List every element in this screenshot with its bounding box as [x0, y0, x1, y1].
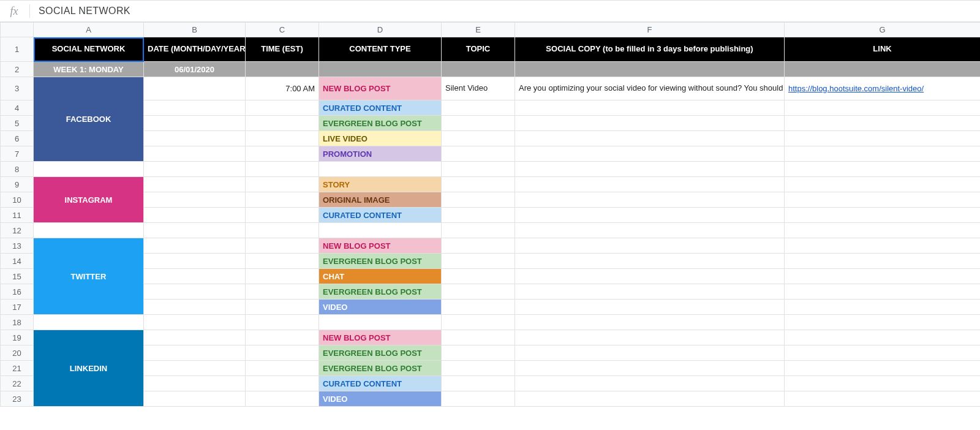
- row-header[interactable]: 20: [1, 345, 34, 361]
- cell-A9-instagram[interactable]: INSTAGRAM: [34, 177, 144, 223]
- row-header[interactable]: 1: [1, 37, 34, 62]
- row-header[interactable]: 13: [1, 238, 34, 254]
- cell-F11[interactable]: [515, 208, 785, 223]
- row-header[interactable]: 14: [1, 254, 34, 269]
- cell-F15[interactable]: [515, 269, 785, 284]
- cell-C19[interactable]: [246, 330, 319, 345]
- row-header[interactable]: 9: [1, 177, 34, 192]
- cell-F16[interactable]: [515, 284, 785, 300]
- cell-B7[interactable]: [144, 146, 246, 162]
- cell-E13[interactable]: [442, 238, 515, 254]
- cell-E5[interactable]: [442, 116, 515, 131]
- cell-G16[interactable]: [785, 284, 981, 300]
- row-header[interactable]: 19: [1, 330, 34, 345]
- cell-G15[interactable]: [785, 269, 981, 284]
- row-header[interactable]: 11: [1, 208, 34, 223]
- cell-E9[interactable]: [442, 177, 515, 192]
- cell-G20[interactable]: [785, 345, 981, 361]
- row-header[interactable]: 8: [1, 162, 34, 177]
- cell-F13[interactable]: [515, 238, 785, 254]
- cell-G7[interactable]: [785, 146, 981, 162]
- cell-B21[interactable]: [144, 361, 246, 376]
- cell-F4[interactable]: [515, 100, 785, 116]
- cell-F7[interactable]: [515, 146, 785, 162]
- cell-D17[interactable]: VIDEO: [319, 300, 442, 315]
- cell-E22[interactable]: [442, 376, 515, 391]
- cell-B16[interactable]: [144, 284, 246, 300]
- cell-C5[interactable]: [246, 116, 319, 131]
- cell-B14[interactable]: [144, 254, 246, 269]
- cell-G10[interactable]: [785, 192, 981, 208]
- cell-F17[interactable]: [515, 300, 785, 315]
- cell-A8[interactable]: [34, 162, 144, 177]
- cell-C9[interactable]: [246, 177, 319, 192]
- cell-B19[interactable]: [144, 330, 246, 345]
- cell-G8[interactable]: [785, 162, 981, 177]
- cell-G5[interactable]: [785, 116, 981, 131]
- cell-F10[interactable]: [515, 192, 785, 208]
- row-header[interactable]: 10: [1, 192, 34, 208]
- cell-G6[interactable]: [785, 131, 981, 146]
- cell-F1[interactable]: SOCIAL COPY (to be filled in 3 days befo…: [515, 37, 785, 62]
- cell-E20[interactable]: [442, 345, 515, 361]
- cell-B22[interactable]: [144, 376, 246, 391]
- cell-D21[interactable]: EVERGREEN BLOG POST: [319, 361, 442, 376]
- cell-E4[interactable]: [442, 100, 515, 116]
- cell-B12[interactable]: [144, 223, 246, 238]
- cell-D16[interactable]: EVERGREEN BLOG POST: [319, 284, 442, 300]
- col-header-B[interactable]: B: [144, 23, 246, 37]
- cell-A18[interactable]: [34, 315, 144, 330]
- cell-E7[interactable]: [442, 146, 515, 162]
- col-header-G[interactable]: G: [785, 23, 981, 37]
- col-header-D[interactable]: D: [319, 23, 442, 37]
- cell-E2[interactable]: [442, 62, 515, 77]
- cell-D4[interactable]: CURATED CONTENT: [319, 100, 442, 116]
- cell-E11[interactable]: [442, 208, 515, 223]
- cell-C16[interactable]: [246, 284, 319, 300]
- cell-C1[interactable]: TIME (EST): [246, 37, 319, 62]
- cell-C6[interactable]: [246, 131, 319, 146]
- cell-B6[interactable]: [144, 131, 246, 146]
- cell-C12[interactable]: [246, 223, 319, 238]
- col-header-F[interactable]: F: [515, 23, 785, 37]
- cell-A19-linkedin[interactable]: LINKEDIN: [34, 330, 144, 407]
- cell-F5[interactable]: [515, 116, 785, 131]
- cell-A2[interactable]: WEEK 1: MONDAY: [34, 62, 144, 77]
- cell-B11[interactable]: [144, 208, 246, 223]
- cell-G14[interactable]: [785, 254, 981, 269]
- cell-C15[interactable]: [246, 269, 319, 284]
- cell-D5[interactable]: EVERGREEN BLOG POST: [319, 116, 442, 131]
- cell-C20[interactable]: [246, 345, 319, 361]
- cell-D15[interactable]: CHAT: [319, 269, 442, 284]
- cell-C14[interactable]: [246, 254, 319, 269]
- cell-G23[interactable]: [785, 391, 981, 407]
- cell-C10[interactable]: [246, 192, 319, 208]
- cell-A1[interactable]: SOCIAL NETWORK: [34, 37, 144, 62]
- col-header-C[interactable]: C: [246, 23, 319, 37]
- cell-G13[interactable]: [785, 238, 981, 254]
- cell-D23[interactable]: VIDEO: [319, 391, 442, 407]
- cell-D6[interactable]: LIVE VIDEO: [319, 131, 442, 146]
- cell-D10[interactable]: ORIGINAL IMAGE: [319, 192, 442, 208]
- cell-B9[interactable]: [144, 177, 246, 192]
- cell-E15[interactable]: [442, 269, 515, 284]
- cell-F22[interactable]: [515, 376, 785, 391]
- formula-bar-value[interactable]: SOCIAL NETWORK: [36, 6, 975, 17]
- cell-F2[interactable]: [515, 62, 785, 77]
- cell-D19[interactable]: NEW BLOG POST: [319, 330, 442, 345]
- cell-G9[interactable]: [785, 177, 981, 192]
- cell-C18[interactable]: [246, 315, 319, 330]
- cell-E18[interactable]: [442, 315, 515, 330]
- cell-D11[interactable]: CURATED CONTENT: [319, 208, 442, 223]
- cell-F9[interactable]: [515, 177, 785, 192]
- cell-D14[interactable]: EVERGREEN BLOG POST: [319, 254, 442, 269]
- cell-E14[interactable]: [442, 254, 515, 269]
- cell-G12[interactable]: [785, 223, 981, 238]
- cell-C4[interactable]: [246, 100, 319, 116]
- cell-E1[interactable]: TOPIC: [442, 37, 515, 62]
- cell-C7[interactable]: [246, 146, 319, 162]
- cell-C3[interactable]: 7:00 AM: [246, 77, 319, 100]
- row-header[interactable]: 2: [1, 62, 34, 77]
- cell-C13[interactable]: [246, 238, 319, 254]
- cell-G1[interactable]: LINK: [785, 37, 981, 62]
